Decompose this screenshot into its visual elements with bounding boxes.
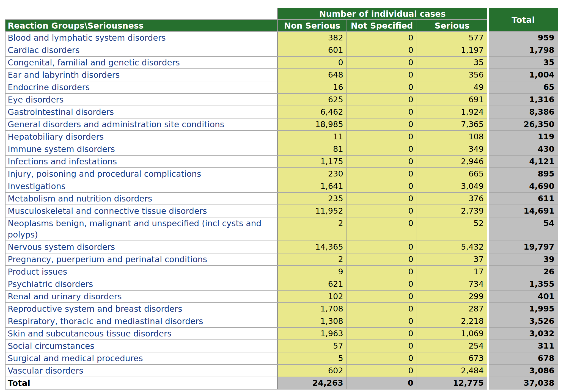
reaction-group-label[interactable]: Immune system disorders	[5, 143, 277, 155]
reaction-group-label[interactable]: Pregnancy, puerperium and perinatal cond…	[5, 253, 277, 266]
row-total-value: 65	[488, 81, 558, 93]
non-serious-value: 235	[277, 192, 347, 205]
reaction-group-label[interactable]: Renal and urinary disorders	[5, 290, 277, 303]
reaction-group-label[interactable]: Surgical and medical procedures	[5, 352, 277, 365]
reaction-group-label[interactable]: Nervous system disorders	[5, 241, 277, 253]
serious-value: 299	[417, 290, 488, 303]
non-serious-value: 11	[277, 131, 347, 143]
non-serious-value: 382	[277, 32, 347, 44]
column-header-not-specified: Not Specified	[347, 20, 417, 32]
reaction-group-label[interactable]: Hepatobiliary disorders	[5, 131, 277, 143]
reaction-group-label[interactable]: Neoplasms benign, malignant and unspecif…	[5, 217, 277, 241]
row-total-value: 35	[488, 56, 558, 69]
reaction-group-label[interactable]: Congenital, familial and genetic disorde…	[5, 56, 277, 69]
table-row: Surgical and medical procedures 5 0 673 …	[5, 352, 558, 365]
group-header-number-of-individual-cases: Number of individual cases	[277, 8, 488, 20]
serious-value: 2,218	[417, 315, 488, 327]
serious-value: 17	[417, 266, 488, 278]
reaction-group-label[interactable]: Respiratory, thoracic and mediastinal di…	[5, 315, 277, 327]
not-specified-value: 0	[347, 217, 417, 241]
reaction-group-label[interactable]: Vascular disorders	[5, 365, 277, 377]
reaction-group-label[interactable]: Eye disorders	[5, 93, 277, 106]
non-serious-value: 16	[277, 81, 347, 93]
not-specified-value: 0	[347, 106, 417, 118]
reaction-group-label[interactable]: Blood and lymphatic system disorders	[5, 32, 277, 44]
table-row: Blood and lymphatic system disorders 382…	[5, 32, 558, 44]
table-row: Renal and urinary disorders 102 0 299 40…	[5, 290, 558, 303]
reaction-group-label[interactable]: General disorders and administration sit…	[5, 118, 277, 131]
reaction-group-label[interactable]: Injury, poisoning and procedural complic…	[5, 168, 277, 180]
reaction-group-label[interactable]: Skin and subcutaneous tissue disorders	[5, 327, 277, 340]
reaction-group-label[interactable]: Product issues	[5, 266, 277, 278]
serious-value: 376	[417, 192, 488, 205]
column-header-non-serious: Non Serious	[277, 20, 347, 32]
serious-value: 356	[417, 69, 488, 81]
reaction-group-label[interactable]: Ear and labyrinth disorders	[5, 69, 277, 81]
row-total-value: 26,350	[488, 118, 558, 131]
table-row: Nervous system disorders 14,365 0 5,432 …	[5, 241, 558, 253]
total-non-serious-value: 24,263	[277, 377, 347, 389]
table-row: Hepatobiliary disorders 11 0 108 119	[5, 131, 558, 143]
reaction-group-label[interactable]: Cardiac disorders	[5, 44, 277, 56]
row-total-value: 895	[488, 168, 558, 180]
serious-value: 577	[417, 32, 488, 44]
row-total-value: 4,690	[488, 180, 558, 192]
table-row: Reproductive system and breast disorders…	[5, 303, 558, 315]
corner-header-reaction-groups-seriousness: Reaction Groups\Seriousness	[5, 20, 277, 32]
not-specified-value: 0	[347, 278, 417, 290]
non-serious-value: 602	[277, 365, 347, 377]
total-serious-value: 12,775	[417, 377, 488, 389]
serious-value: 254	[417, 340, 488, 352]
row-total-value: 1,316	[488, 93, 558, 106]
reaction-group-label[interactable]: Gastrointestinal disorders	[5, 106, 277, 118]
table-row: Neoplasms benign, malignant and unspecif…	[5, 217, 558, 241]
table-row: Musculoskeletal and connective tissue di…	[5, 205, 558, 217]
not-specified-value: 0	[347, 69, 417, 81]
not-specified-value: 0	[347, 155, 417, 168]
not-specified-value: 0	[347, 253, 417, 266]
table-row: Infections and infestations 1,175 0 2,94…	[5, 155, 558, 168]
non-serious-value: 9	[277, 266, 347, 278]
not-specified-value: 0	[347, 143, 417, 155]
non-serious-value: 648	[277, 69, 347, 81]
row-total-value: 4,121	[488, 155, 558, 168]
serious-value: 5,432	[417, 241, 488, 253]
serious-value: 2,739	[417, 205, 488, 217]
total-row: Total 24,263 0 12,775 37,038	[5, 377, 558, 389]
non-serious-value: 0	[277, 56, 347, 69]
reaction-group-label[interactable]: Investigations	[5, 180, 277, 192]
row-total-value: 401	[488, 290, 558, 303]
serious-value: 349	[417, 143, 488, 155]
reaction-group-label[interactable]: Psychiatric disorders	[5, 278, 277, 290]
reaction-group-label[interactable]: Endocrine disorders	[5, 81, 277, 93]
column-header-row: Reaction Groups\Seriousness Non Serious …	[5, 20, 558, 32]
serious-value: 691	[417, 93, 488, 106]
reaction-group-label[interactable]: Social circumstances	[5, 340, 277, 352]
non-serious-value: 11,952	[277, 205, 347, 217]
reaction-group-label[interactable]: Reproductive system and breast disorders	[5, 303, 277, 315]
row-total-value: 26	[488, 266, 558, 278]
reaction-group-label[interactable]: Metabolism and nutrition disorders	[5, 192, 277, 205]
group-header-row: Number of individual cases Total	[5, 8, 558, 20]
serious-value: 1,069	[417, 327, 488, 340]
cases-by-reaction-group-table: Number of individual cases Total Reactio…	[5, 8, 558, 390]
reaction-group-label[interactable]: Musculoskeletal and connective tissue di…	[5, 205, 277, 217]
not-specified-value: 0	[347, 32, 417, 44]
serious-value: 1,197	[417, 44, 488, 56]
serious-value: 52	[417, 217, 488, 241]
row-total-value: 54	[488, 217, 558, 241]
not-specified-value: 0	[347, 340, 417, 352]
row-total-value: 959	[488, 32, 558, 44]
non-serious-value: 230	[277, 168, 347, 180]
table-row: General disorders and administration sit…	[5, 118, 558, 131]
row-total-value: 3,086	[488, 365, 558, 377]
non-serious-value: 14,365	[277, 241, 347, 253]
table-row: Ear and labyrinth disorders 648 0 356 1,…	[5, 69, 558, 81]
reaction-group-label[interactable]: Infections and infestations	[5, 155, 277, 168]
not-specified-value: 0	[347, 93, 417, 106]
non-serious-value: 2	[277, 217, 347, 241]
non-serious-value: 1,175	[277, 155, 347, 168]
serious-value: 3,049	[417, 180, 488, 192]
serious-value: 734	[417, 278, 488, 290]
total-row-label: Total	[5, 377, 277, 389]
